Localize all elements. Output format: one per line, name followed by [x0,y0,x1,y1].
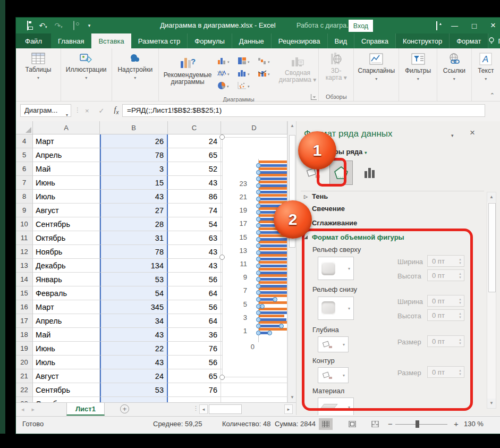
cell-C7[interactable]: 43 [168,176,221,190]
cell-A13[interactable]: Декабрь [33,259,100,273]
cell-B18[interactable]: 43 [100,328,168,342]
orange-bar-cat-2[interactable] [259,321,287,324]
cell-C21[interactable]: 65 [168,369,221,383]
orange-bar-cat-9[interactable] [259,274,287,277]
tab-Разметка стр[interactable]: Разметка стр [131,33,188,48]
name-box[interactable]: Диаграм... ▾ [20,104,71,117]
column-header-A[interactable]: A [33,121,100,134]
orange-bar-cat-1[interactable] [259,328,287,331]
blue-bar-cat-2[interactable] [259,325,281,327]
cell-D22[interactable] [221,383,287,397]
blue-bar-cat-14[interactable] [259,244,287,247]
cell-B6[interactable]: 3 [100,162,168,176]
insert-line-chart-button[interactable]: ▾ [216,68,236,80]
cell-C9[interactable]: 74 [168,204,221,217]
redo-icon[interactable]: ↷▾ [54,21,63,30]
enter-formula-icon[interactable]: ✓ [99,107,105,115]
blue-bar-cat-22[interactable] [259,191,287,193]
column-header-B[interactable]: B [100,121,168,134]
cell-B20[interactable]: 43 [100,356,168,369]
recommended-charts-button[interactable]: ? Рекомендуемыедиаграммы [159,52,216,96]
cell-B21[interactable]: 24 [100,369,168,383]
cell-A4[interactable]: Март [33,134,100,148]
charts-dialog-launcher-icon[interactable] [311,94,317,100]
insert-histogram-chart-button[interactable]: ▾ [236,68,257,80]
orange-bar-cat-22[interactable] [259,187,287,190]
orange-bar-cat-23[interactable] [259,181,287,183]
orange-bar-cat-8[interactable] [259,281,287,284]
cell-C22[interactable]: 76 [168,383,221,397]
cell-B12[interactable]: 78 [100,245,168,259]
scroll-up-icon[interactable]: ▲ [288,121,296,131]
select-all-corner[interactable] [16,121,33,134]
column-header-D[interactable]: D [221,121,287,134]
row-header-11[interactable]: 11 [16,231,33,245]
tab-Файл[interactable]: Файл [16,33,51,48]
cell-C15[interactable]: 64 [168,286,221,300]
row-header-14[interactable]: 14 [16,273,33,286]
cell-B17[interactable]: 34 [100,314,168,328]
horizontal-scroll-thumb[interactable] [209,404,242,414]
cell-B19[interactable]: 22 [100,342,168,356]
cell-C16[interactable]: 56 [168,300,221,314]
cell-C11[interactable]: 63 [168,231,221,245]
insert-combo-chart-button[interactable]: ▾ [257,68,277,80]
expand-formula-bar-icon[interactable]: ⌄ [477,111,481,117]
zoom-slider-thumb[interactable] [416,420,419,428]
tell-me-item[interactable]: Помощн [488,37,500,45]
row-header-7[interactable]: 7 [16,176,33,190]
blue-bar-cat-23[interactable] [259,184,287,187]
cancel-formula-icon[interactable]: × [85,107,89,115]
tab-Вид[interactable]: Вид [328,33,355,48]
chart-selection-handle[interactable] [219,375,225,380]
chart-selection-handle[interactable] [219,255,225,260]
row-header-21[interactable]: 21 [16,369,33,383]
cell-C18[interactable]: 36 [168,328,221,342]
page-break-view-button[interactable] [368,418,382,430]
filters-button[interactable]: Фильтры ▾ [399,48,437,93]
cell-A15[interactable]: Февраль [33,286,100,300]
cell-B14[interactable]: 53 [100,273,168,286]
camera-icon[interactable] [70,21,78,30]
pane-scrollbar[interactable]: ▲ ▼ [487,192,496,409]
row-header-13[interactable]: 13 [16,259,33,273]
insert-waterfall-chart-button[interactable]: ▾ [257,56,277,68]
hscroll-right-icon[interactable]: ▸ [284,404,293,414]
chart-selection-handle[interactable] [219,134,225,140]
tab-Справка[interactable]: Справка [354,33,396,48]
sign-in-button[interactable]: Вход [349,20,373,32]
undo-icon[interactable]: ↶▾ [39,21,47,30]
cell-B15[interactable]: 54 [100,286,168,300]
cell-B7[interactable]: 15 [100,176,168,190]
pivot-chart-button[interactable]: Своднаядиаграмма ▾ [277,52,318,96]
cell-A8[interactable]: Июль [33,190,100,204]
normal-view-button[interactable] [319,418,333,430]
orange-bar-cat-11[interactable] [259,261,287,264]
blue-bar-cat-15[interactable] [259,238,287,241]
prev-sheet-icon[interactable]: ◂ [21,406,24,413]
blue-bar-cat-24[interactable] [259,177,287,180]
row-header-5[interactable]: 5 [16,148,33,162]
cell-C13[interactable]: 43 [168,259,221,273]
ribbon-display-options-icon[interactable] [436,22,437,30]
row-header-17[interactable]: 17 [16,314,33,328]
row-header-12[interactable]: 12 [16,245,33,259]
hscroll-left-icon[interactable]: ◂ [199,404,208,414]
blue-bar-cat-7[interactable] [259,291,287,294]
close-icon[interactable]: × [490,20,496,31]
insert-stacked-bar-chart-button[interactable]: ▾ [236,56,257,68]
orange-bar-cat-21[interactable] [259,194,287,197]
orange-bar-cat-3[interactable] [259,315,284,317]
maximize-icon[interactable]: □ [472,21,477,30]
blue-bar-cat-26[interactable] [259,164,287,167]
sparklines-button[interactable]: Спарклайны ▾ [354,48,399,93]
orange-bar-cat-5[interactable] [259,301,287,304]
cell-C8[interactable]: 86 [168,190,221,204]
cell-C10[interactable]: 54 [168,217,221,231]
zoom-slider[interactable] [395,424,447,425]
zoom-in-icon[interactable]: + [454,417,459,432]
blue-bar-cat-4[interactable] [259,311,287,314]
minimize-icon[interactable]: — [451,22,458,30]
scroll-down-icon[interactable]: ▼ [487,399,496,408]
cell-A17[interactable]: Апрель [33,314,100,328]
